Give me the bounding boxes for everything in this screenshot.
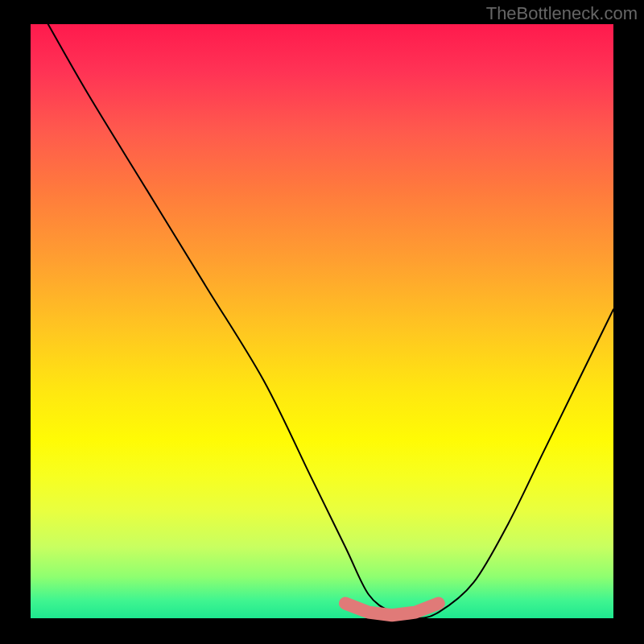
chart-background [31,24,613,618]
bottleneck-curve-line [48,24,613,618]
highlight-markers [345,604,439,616]
bottleneck-chart [31,24,613,618]
watermark-text: TheBottleneck.com [486,3,638,24]
